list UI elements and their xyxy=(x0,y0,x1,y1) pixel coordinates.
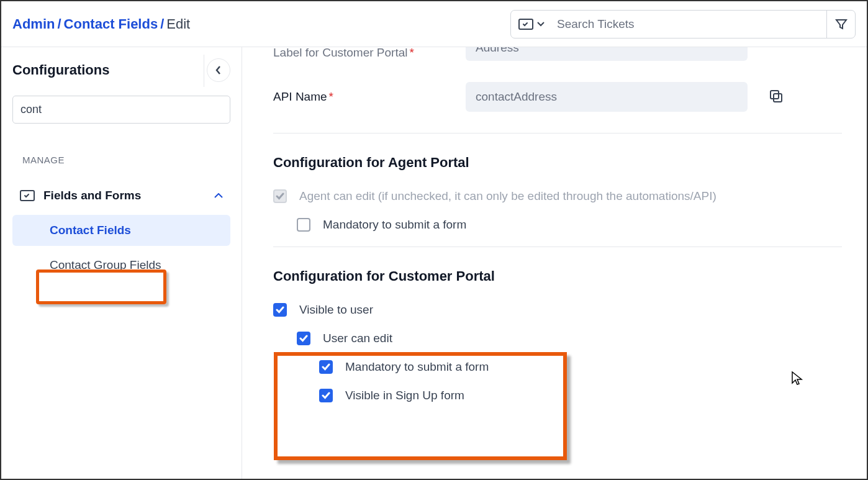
filter-button[interactable] xyxy=(826,10,855,38)
chk-label: Mandatory to submit a form xyxy=(345,360,489,374)
form-label: Label for Customer Portal* xyxy=(273,47,466,60)
sidebar-item-contact-group-fields[interactable]: Contact Group Fields xyxy=(12,250,230,281)
checkbox[interactable] xyxy=(273,303,287,317)
checkbox[interactable] xyxy=(319,360,333,374)
collapse-sidebar-button[interactable] xyxy=(207,58,230,82)
chk-label: Visible to user xyxy=(299,303,373,317)
ticket-icon xyxy=(518,19,533,30)
breadcrumb-sep: / xyxy=(160,16,164,32)
breadcrumb-admin[interactable]: Admin xyxy=(12,16,55,32)
form-row-api-name: API Name* xyxy=(273,82,842,112)
ticket-type-dropdown[interactable] xyxy=(518,19,545,30)
sidebar-item-contact-fields[interactable]: Contact Fields xyxy=(12,215,230,246)
search-box[interactable] xyxy=(510,10,856,38)
header-bar: Admin / Contact Fields / Edit xyxy=(1,1,867,47)
section-title-agent: Configuration for Agent Portal xyxy=(273,155,842,171)
api-name-input[interactable] xyxy=(466,82,748,112)
required-marker: * xyxy=(329,90,333,103)
content: Label for Customer Portal* API Name* xyxy=(242,47,867,480)
chk-label: Agent can edit (if unchecked, it can onl… xyxy=(299,189,717,203)
breadcrumb-current: Edit xyxy=(166,16,190,32)
form-label: API Name* xyxy=(273,90,466,104)
sidebar-title: Configurations xyxy=(12,62,109,78)
divider xyxy=(204,55,204,87)
chevron-down-icon xyxy=(537,22,545,27)
chk-customer-mandatory[interactable]: Mandatory to submit a form xyxy=(273,360,842,374)
nav-group-label: Fields and Forms xyxy=(43,189,141,202)
label-text: Label for Customer Portal xyxy=(273,47,408,59)
chevron-left-icon xyxy=(215,65,222,75)
divider xyxy=(273,133,842,134)
form-row-customer-label: Label for Customer Portal* xyxy=(273,47,842,61)
main: Configurations MANAGE Fields and Forms C… xyxy=(1,47,867,480)
divider xyxy=(273,247,842,247)
copy-button[interactable] xyxy=(766,86,786,108)
svg-rect-3 xyxy=(771,91,779,99)
ticket-icon xyxy=(20,190,35,201)
chk-user-can-edit[interactable]: User can edit xyxy=(273,332,842,345)
sidebar-item-label: Contact Group Fields xyxy=(50,258,161,272)
chk-label: Visible in Sign Up form xyxy=(345,389,464,402)
checkbox[interactable] xyxy=(297,332,310,345)
sidebar-search-input[interactable] xyxy=(12,96,230,124)
sidebar-section-label: MANAGE xyxy=(22,155,230,165)
sidebar-item-label: Contact Fields xyxy=(50,224,131,237)
nav-group-fields-forms[interactable]: Fields and Forms xyxy=(12,184,230,207)
chevron-up-icon xyxy=(214,193,223,199)
chk-visible-signup[interactable]: Visible in Sign Up form xyxy=(273,389,842,402)
search-input[interactable] xyxy=(557,17,814,31)
search-container xyxy=(510,10,856,38)
section-title-customer: Configuration for Customer Portal xyxy=(273,268,842,284)
required-marker: * xyxy=(410,47,414,59)
chk-label: Mandatory to submit a form xyxy=(323,218,466,232)
breadcrumb-section[interactable]: Contact Fields xyxy=(64,16,158,32)
filter-icon xyxy=(835,18,848,30)
sidebar: Configurations MANAGE Fields and Forms C… xyxy=(1,47,242,480)
breadcrumb: Admin / Contact Fields / Edit xyxy=(12,16,190,32)
chk-visible-to-user[interactable]: Visible to user xyxy=(273,303,842,317)
breadcrumb-sep: / xyxy=(57,16,61,32)
checkbox xyxy=(273,189,287,203)
label-text: API Name xyxy=(273,90,327,103)
copy-icon xyxy=(769,89,784,104)
chk-agent-can-edit: Agent can edit (if unchecked, it can onl… xyxy=(273,189,842,203)
customer-portal-label-input[interactable] xyxy=(466,47,748,61)
chk-label: User can edit xyxy=(323,332,392,345)
chk-agent-mandatory[interactable]: Mandatory to submit a form xyxy=(273,218,842,232)
svg-rect-2 xyxy=(774,94,782,102)
checkbox[interactable] xyxy=(319,389,333,402)
checkbox[interactable] xyxy=(297,218,310,232)
